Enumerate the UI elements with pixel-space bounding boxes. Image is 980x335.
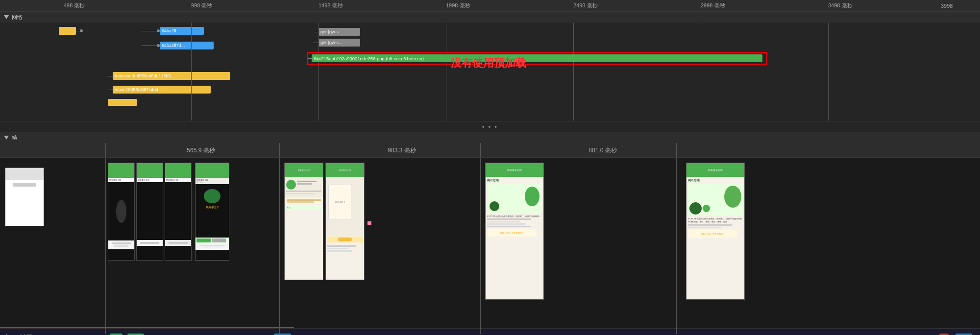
ruler-mark-7: 3498 毫秒 bbox=[828, 2, 853, 9]
screenshot-frame-1a: 奶瓜童乐公园 bbox=[108, 163, 135, 261]
frames-label: 帧 bbox=[12, 134, 17, 142]
ruler-mark-4: 1998 毫秒 bbox=[446, 2, 470, 9]
screenshot-frame-1c: 奶瓜童乐公园 bbox=[165, 163, 192, 261]
frame-duration-2: 983.3 毫秒 bbox=[353, 146, 451, 155]
network-bar-get-gw-1[interactable]: get (gw-s... bbox=[318, 28, 360, 36]
bottom-bar: 时间 FP FCP DCL HAR CAA L LCP bbox=[0, 328, 980, 335]
ruler-mark-5: 2498 毫秒 bbox=[573, 2, 598, 9]
timing-line-6 bbox=[828, 23, 829, 120]
marker-l: L bbox=[939, 334, 949, 335]
timing-line-4 bbox=[573, 23, 574, 120]
screenshot-frame-2a: 奶瓜童乐公司 bbox=[284, 163, 323, 280]
progress-indicator bbox=[0, 327, 980, 328]
bottom-right-badges: L LCP bbox=[937, 334, 974, 335]
network-label: 网络 bbox=[12, 14, 23, 21]
network-bar-framework[interactable]: framework-4556c45dd113b8... bbox=[113, 72, 230, 80]
frame-duration-3: 801.0 毫秒 bbox=[554, 146, 652, 155]
screenshot-frame-2b: 奶瓜童乐公司 联系我们! bbox=[325, 163, 365, 280]
timing-line-3 bbox=[446, 23, 446, 120]
screenshot-frame-1d: 奶瓜童乐公园 聊天 发现 联系我们! bbox=[195, 163, 229, 261]
network-bar-64ba2ff-1[interactable]: 64ba2ff... bbox=[160, 27, 204, 35]
ruler-mark-6: 2998 毫秒 bbox=[701, 2, 725, 9]
screenshot-frame-blank bbox=[5, 168, 44, 226]
no-preload-text: 没有使用预加载 bbox=[451, 56, 526, 71]
loading-dot bbox=[368, 221, 371, 225]
timing-line-1 bbox=[191, 23, 192, 120]
ruler-mark-2: 998 毫秒 bbox=[191, 2, 212, 9]
screenshot-frame-1b: 奶瓜童乐公园 bbox=[136, 163, 163, 261]
timing-line-5 bbox=[701, 23, 701, 120]
screenshots-row: 奶瓜童乐公园 奶瓜童乐公园 bbox=[0, 158, 980, 334]
network-bar-64ba2ff7d[interactable]: 64ba2ff7d... bbox=[160, 42, 214, 49]
network-bar-png[interactable]: 64c215abb102a90001ede256.png (hll-coin.6… bbox=[312, 54, 762, 62]
marker-dcl: DCL bbox=[274, 334, 291, 335]
network-toggle[interactable] bbox=[4, 15, 9, 19]
top-panel: 498 毫秒 998 毫秒 1498 毫秒 1998 毫秒 2498 毫秒 29… bbox=[0, 0, 980, 121]
network-bar-extra[interactable] bbox=[108, 99, 137, 106]
ruler-mark-1: 498 毫秒 bbox=[64, 2, 85, 9]
marker-lcp: LCP bbox=[956, 334, 972, 335]
network-bar-get-gw-2[interactable]: get (gw-s... bbox=[318, 39, 360, 47]
frames-section-header[interactable]: 帧 bbox=[0, 132, 980, 143]
divider-dots: • • • bbox=[0, 121, 980, 132]
time-label: 时间 bbox=[20, 333, 32, 335]
marker-fcp: FCP bbox=[127, 334, 144, 335]
timeline-ruler: 498 毫秒 998 毫秒 1498 毫秒 1998 毫秒 2498 毫秒 29… bbox=[0, 0, 980, 12]
frames-toggle[interactable] bbox=[4, 136, 9, 140]
marker-fp: FP bbox=[110, 334, 122, 335]
screenshot-frame-3a: 奶瓜童乐公司 豌豆思维 KY-TCP多元思维场景培养通道，活跃脑力，让孩子在趣味… bbox=[485, 163, 544, 300]
frames-ruler: 565.9 毫秒 983.3 毫秒 801.0 毫秒 bbox=[0, 143, 980, 158]
ruler-mark-3: 1498 毫秒 bbox=[318, 2, 343, 9]
play-button[interactable] bbox=[6, 333, 16, 335]
network-section-header[interactable]: 网络 bbox=[0, 12, 980, 23]
timing-line-2 bbox=[318, 23, 319, 120]
network-bar-main[interactable]: main-18053c3f67c4d4... bbox=[113, 86, 211, 94]
bottom-panel: 帧 565.9 毫秒 983.3 毫秒 801.0 毫秒 bbox=[0, 132, 980, 335]
ruler-mark-8: 3998 bbox=[941, 3, 953, 9]
frame-duration-1: 565.9 毫秒 bbox=[152, 146, 250, 155]
screenshot-frame-4a: 奶瓜童乐公司 豌豆思维 KY-TCP多元思维场景培养通道，活跃脑力，让孩子在趣味… bbox=[686, 163, 745, 300]
